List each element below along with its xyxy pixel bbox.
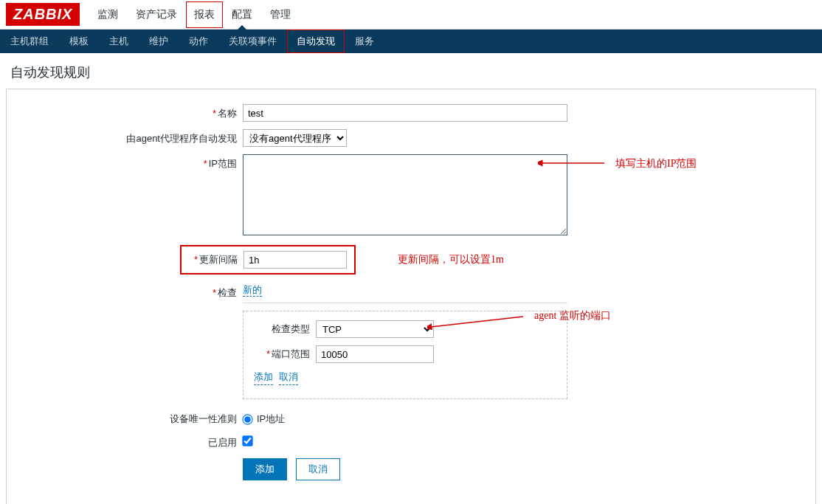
- page-title: 自动发现规则: [0, 53, 822, 89]
- check-type-label: 检查类型: [254, 322, 316, 336]
- sub-nav-templates[interactable]: 模板: [59, 29, 99, 54]
- port-range-input[interactable]: [316, 345, 434, 363]
- sub-nav: 主机群组 模板 主机 维护 动作 关联项事件 自动发现 服务: [0, 30, 822, 53]
- sub-nav-services[interactable]: 服务: [345, 29, 384, 54]
- update-interval-label: 更新间隔: [199, 254, 238, 265]
- cancel-button[interactable]: 取消: [296, 458, 340, 480]
- annotation-update-interval: 更新间隔，可以设置1m: [398, 253, 504, 266]
- port-range-label: *端口范围: [254, 348, 316, 361]
- discovery-form: *名称 由agent代理程序自动发现 没有agent代理程序 *IP范围 *更新…: [6, 89, 816, 504]
- submit-button[interactable]: 添加: [243, 458, 287, 480]
- check-config-panel: 检查类型 TCP *端口范围 添加 取消: [243, 311, 567, 399]
- sub-nav-maintenance[interactable]: 维护: [139, 29, 179, 54]
- top-nav-configuration[interactable]: 配置: [223, 1, 261, 29]
- check-type-select[interactable]: TCP: [316, 320, 434, 338]
- ip-range-label: *IP范围: [14, 154, 243, 170]
- check-cancel-link[interactable]: 取消: [279, 370, 298, 385]
- sub-nav-hosts[interactable]: 主机: [99, 29, 139, 54]
- check-add-link[interactable]: 添加: [254, 370, 273, 385]
- annotation-agent-port: agent 监听的端口: [534, 309, 611, 322]
- top-nav-reports[interactable]: 报表: [186, 1, 223, 28]
- sub-nav-hostgroups[interactable]: 主机群组: [0, 29, 59, 54]
- enabled-label: 已启用: [14, 433, 243, 449]
- agent-proxy-label: 由agent代理程序自动发现: [14, 129, 243, 145]
- update-interval-input[interactable]: [244, 251, 347, 269]
- uniqueness-option-label: IP地址: [257, 412, 285, 426]
- sub-nav-actions[interactable]: 动作: [179, 29, 218, 54]
- update-interval-highlight-box: *更新间隔: [180, 245, 356, 275]
- agent-proxy-select[interactable]: 没有agent代理程序: [243, 129, 347, 147]
- checks-new-link[interactable]: 新的: [243, 284, 262, 297]
- top-nav-monitoring[interactable]: 监测: [89, 1, 127, 29]
- name-input[interactable]: [243, 104, 567, 122]
- name-label: *名称: [14, 104, 243, 120]
- checks-label: *检查: [14, 283, 243, 300]
- sub-nav-correlation[interactable]: 关联项事件: [218, 29, 287, 54]
- annotation-ip-range: 填写主机的IP范围: [615, 157, 697, 170]
- top-nav: ZABBIX 监测 资产记录 报表 配置 管理: [0, 0, 822, 30]
- uniqueness-label: 设备唯一性准则: [14, 410, 243, 426]
- top-nav-inventory[interactable]: 资产记录: [127, 1, 186, 29]
- enabled-checkbox[interactable]: [242, 435, 252, 446]
- top-nav-administration[interactable]: 管理: [261, 1, 300, 29]
- sub-nav-discovery[interactable]: 自动发现: [287, 30, 345, 53]
- logo: ZABBIX: [6, 3, 80, 26]
- ip-range-input[interactable]: [243, 154, 567, 235]
- uniqueness-radio-ip[interactable]: [242, 414, 252, 424]
